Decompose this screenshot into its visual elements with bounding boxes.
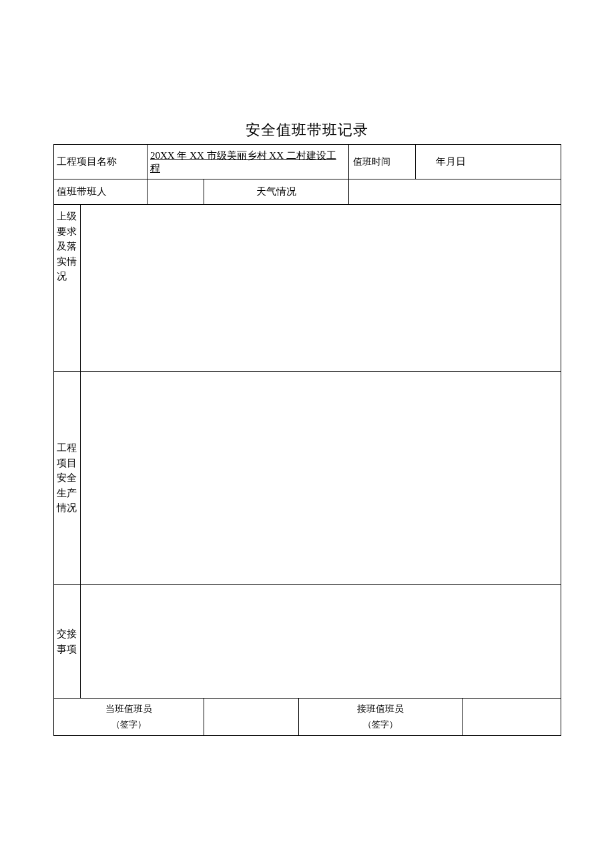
value-weather[interactable] bbox=[349, 179, 561, 205]
row-superior-requirements: 上级要求及落实情况 bbox=[54, 205, 561, 372]
label-weather: 天气情况 bbox=[204, 179, 349, 205]
label-duty-leader: 值班带班人 bbox=[54, 179, 147, 205]
label-duty-time: 值班时间 bbox=[349, 145, 416, 179]
value-current-duty-signature[interactable] bbox=[204, 699, 299, 736]
row-project: 工程项目名称 20XX 年 XX 市级美丽乡村 XX 二村建设工程 值班时间 年… bbox=[54, 145, 561, 179]
row-handover: 交接事项 bbox=[54, 585, 561, 699]
value-duty-leader[interactable] bbox=[147, 179, 204, 205]
value-superior-requirements[interactable] bbox=[81, 205, 561, 372]
label-handover: 交接事项 bbox=[54, 585, 81, 699]
label-next-duty-signature: 接班值班员 （签字） bbox=[299, 699, 463, 736]
label-safety-production: 工程项目安全生产情况 bbox=[54, 372, 81, 585]
row-leader-weather: 值班带班人 天气情况 bbox=[54, 179, 561, 205]
form-title: 安全值班带班记录 bbox=[53, 120, 561, 140]
row-safety-production: 工程项目安全生产情况 bbox=[54, 372, 561, 585]
label-project-name: 工程项目名称 bbox=[54, 145, 147, 179]
value-duty-time[interactable]: 年月日 bbox=[416, 145, 561, 179]
duty-record-table: 工程项目名称 20XX 年 XX 市级美丽乡村 XX 二村建设工程 值班时间 年… bbox=[53, 144, 561, 736]
value-next-duty-signature[interactable] bbox=[463, 699, 561, 736]
label-current-duty-signature: 当班值班员 （签字） bbox=[54, 699, 204, 736]
form-container: 安全值班带班记录 工程项目名称 20XX 年 XX 市级美丽乡村 XX 二村建设… bbox=[53, 120, 561, 736]
value-project-name[interactable]: 20XX 年 XX 市级美丽乡村 XX 二村建设工程 bbox=[147, 145, 349, 179]
value-safety-production[interactable] bbox=[81, 372, 561, 585]
row-signatures: 当班值班员 （签字） 接班值班员 （签字） bbox=[54, 699, 561, 736]
value-handover[interactable] bbox=[81, 585, 561, 699]
label-superior-requirements: 上级要求及落实情况 bbox=[54, 205, 81, 372]
